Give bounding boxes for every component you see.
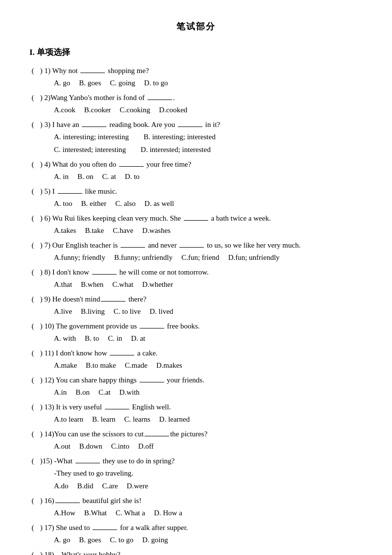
q16-opt-a: A.How [54, 507, 75, 519]
q1-paren: ( [29, 65, 36, 76]
q8-opt-d: D.whether [142, 278, 173, 290]
q4-opt-c: C. at [102, 171, 116, 182]
question-3: ( ) 3) I have an reading book. Are you i… [29, 119, 363, 155]
q5-options: A. too B. either C. also D. as well [29, 198, 363, 209]
q15-opt-b: B.did [77, 480, 94, 492]
q11-paren: ( [29, 347, 36, 359]
q13-options: A.to learn B. learn C. learns D. learned [29, 413, 363, 425]
q10-text: ) 10) The government provide us free boo… [36, 320, 363, 332]
section-title: I. 单项选择 [29, 46, 363, 59]
question-16: ( ) 16) beautiful girl she is! A.How B.W… [29, 495, 363, 519]
q4-text: ) 4) What do you often do your free time… [36, 158, 363, 170]
q9-opt-d: D. lived [149, 305, 173, 317]
q6-opt-d: D.washes [142, 225, 171, 236]
q4-opt-b: B. on [77, 171, 94, 182]
question-8: ( ) 8) I don't know he will come or not … [29, 266, 363, 290]
q11-opt-c: C.made [125, 359, 147, 371]
q13-opt-b: B. learn [92, 413, 115, 425]
q6-opt-b: B.take [85, 225, 104, 236]
questions-container: ( ) 1) Why not shopping me? A. go B. goe… [29, 65, 363, 555]
q3-text: ) 3) I have an reading book. Are you in … [36, 119, 363, 130]
q8-opt-b: B.when [81, 278, 103, 290]
q14-opt-c: C.into [111, 440, 129, 452]
page-title: 笔试部分 [29, 20, 363, 34]
question-17: ( ) 17) She used to for a walk after sup… [29, 522, 363, 546]
q5-opt-c: C. also [115, 198, 136, 209]
q4-paren: ( [29, 158, 36, 170]
q1-opt-a: A. go [54, 77, 70, 89]
q14-text: ) 14)You can use the scissors to cutthe … [36, 428, 363, 440]
question-18: ( ) 18)—What's your hobby? —I listen to … [29, 549, 363, 555]
q11-opt-d: D.makes [156, 359, 182, 371]
q16-text: ) 16) beautiful girl she is! [36, 495, 363, 506]
q12-paren: ( [29, 374, 36, 386]
q13-paren: ( [29, 401, 36, 413]
q8-text: ) 8) I don't know he will come or not to… [36, 266, 363, 278]
q3-paren: ( [29, 119, 36, 130]
q17-options: A. go B. goes C. to go D. going [29, 534, 363, 546]
q3-options-row1: A. interesting; interesting B. interesti… [29, 131, 363, 143]
q2-paren: ( [29, 92, 36, 103]
q12-opt-a: A.in [54, 386, 67, 398]
q14-opt-a: A.out [54, 440, 71, 452]
q12-opt-d: D.with [120, 386, 140, 398]
q17-opt-a: A. go [54, 534, 70, 546]
q16-options: A.How B.What C. What a D. How a [29, 507, 363, 519]
q1-opt-c: C. going [110, 77, 135, 89]
q13-text: ) 13) It is very useful English well. [36, 401, 363, 413]
q5-opt-d: D. as well [145, 198, 174, 209]
q7-text: ) 7) Our English teacher is and never to… [36, 239, 363, 251]
q6-text: ) 6) Wu Rui likes keeping clean very muc… [36, 212, 363, 224]
q7-opt-b: B.funny; unfriendly [114, 252, 172, 263]
q5-opt-b: B. either [81, 198, 107, 209]
q13-opt-d: D. learned [159, 413, 190, 425]
q14-opt-b: B.down [79, 440, 102, 452]
q5-opt-a: A. too [54, 198, 73, 209]
q15-opt-a: A.do [54, 480, 69, 492]
q15-options: A.do B.did C.are D.were [29, 480, 363, 492]
q6-paren: ( [29, 212, 36, 224]
question-10: ( ) 10) The government provide us free b… [29, 320, 363, 344]
q16-opt-b: B.What [84, 507, 107, 519]
q10-opt-c: C. in [108, 332, 122, 344]
q1-options: A. go B. goes C. going D. to go [29, 77, 363, 89]
q7-opt-d: D.fun; unfriendly [228, 252, 280, 263]
q14-options: A.out B.down C.into D.off [29, 440, 363, 452]
question-12: ( ) 12) You can share happy things your … [29, 374, 363, 398]
q3-opt-d: D. interested; interested [141, 144, 211, 155]
q16-paren: ( [29, 495, 36, 506]
q6-options: A.takes B.take C.have D.washes [29, 225, 363, 236]
q17-opt-b: B. goes [79, 534, 101, 546]
q2-opt-c: C.cooking [120, 104, 150, 116]
q11-opt-a: A.make [54, 359, 77, 371]
q6-opt-c: C.have [113, 225, 133, 236]
question-9: ( ) 9) He doesn't mind there? A.live B.l… [29, 293, 363, 317]
q10-opt-d: D. at [131, 332, 145, 344]
q4-opt-d: D. to [125, 171, 140, 182]
question-1: ( ) 1) Why not shopping me? A. go B. goe… [29, 65, 363, 89]
q4-options: A. in B. on C. at D. to [29, 171, 363, 182]
q8-opt-c: C.what [112, 278, 133, 290]
q9-opt-c: C. to live [114, 305, 141, 317]
q7-opt-c: C.fun; friend [181, 252, 219, 263]
q12-opt-b: B.on [75, 386, 90, 398]
q1-opt-b: B. goes [79, 77, 101, 89]
q18-paren: ( [29, 549, 36, 555]
q14-paren: ( [29, 428, 36, 440]
q11-options: A.make B.to make C.made D.makes [29, 359, 363, 371]
question-14: ( ) 14)You can use the scissors to cutth… [29, 428, 363, 452]
q9-options: A.live B.living C. to live D. lived [29, 305, 363, 317]
question-7: ( ) 7) Our English teacher is and never … [29, 239, 363, 263]
q9-opt-a: A.live [54, 305, 72, 317]
q12-text: ) 12) You can share happy things your fr… [36, 374, 363, 386]
q12-opt-c: C.at [98, 386, 111, 398]
q8-paren: ( [29, 266, 36, 278]
q11-opt-b: B.to make [86, 359, 116, 371]
q3-opt-b: B. interesting; interested [144, 131, 216, 143]
q14-opt-d: D.off [138, 440, 154, 452]
q17-opt-c: C. to go [110, 534, 133, 546]
q5-paren: ( [29, 185, 36, 197]
q17-paren: ( [29, 522, 36, 533]
q13-opt-a: A.to learn [54, 413, 83, 425]
q10-paren: ( [29, 320, 36, 332]
